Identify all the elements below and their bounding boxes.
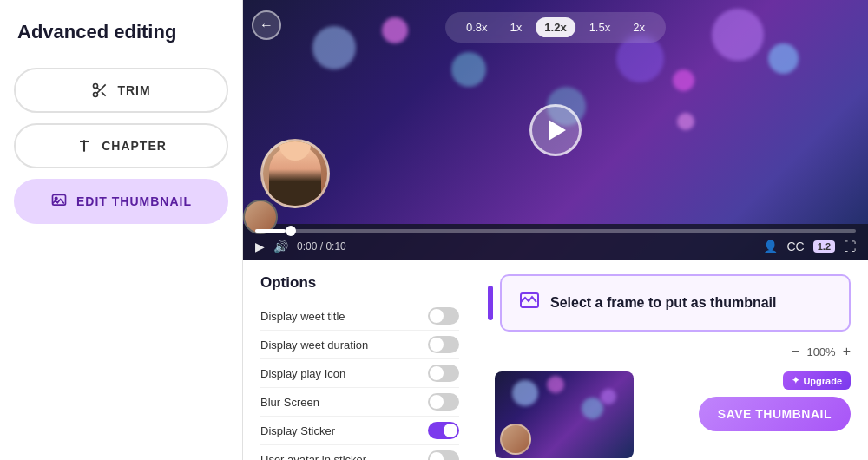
image-edit-icon — [50, 193, 68, 210]
thumbnail-preview-area: ✦ Upgrade SAVE THUMBNAIL — [495, 371, 851, 458]
play-button[interactable] — [529, 104, 582, 156]
thumbnail-icon — [519, 290, 540, 311]
svg-point-0 — [94, 84, 98, 89]
option-label-5: User avatar in sticker — [260, 453, 366, 461]
thumbnail-preview — [495, 371, 634, 458]
zoom-level: 100% — [806, 345, 835, 358]
chapter-button[interactable]: CHAPTER — [14, 123, 228, 168]
option-row-4: Display Sticker — [260, 417, 459, 445]
select-frame-box: Select a frame to put as thumbnail — [500, 274, 851, 332]
select-frame-text: Select a frame to put as thumbnail — [550, 295, 777, 311]
progress-bar[interactable] — [255, 229, 856, 233]
option-row-2: Display play Icon — [260, 359, 459, 388]
svg-line-3 — [102, 92, 106, 96]
edit-thumbnail-button[interactable]: EDIT THUMBNAIL — [14, 179, 228, 224]
trim-button[interactable]: TRIM — [14, 68, 228, 113]
thumbnail-avatar — [500, 424, 531, 455]
user-icon[interactable]: 👤 — [763, 240, 778, 253]
option-row-1: Display weet duration — [260, 331, 459, 359]
text-icon — [76, 137, 93, 154]
volume-icon[interactable]: 🔊 — [273, 240, 288, 253]
speed-0.8x[interactable]: 0.8x — [457, 17, 496, 37]
toggle-blur-screen[interactable] — [428, 393, 459, 411]
play-pause-icon[interactable]: ▶ — [255, 240, 265, 253]
progress-thumb — [286, 226, 296, 236]
svg-point-1 — [94, 93, 98, 97]
chapter-label: CHAPTER — [102, 139, 167, 153]
option-label-2: Display play Icon — [260, 367, 345, 380]
cc-icon[interactable]: CC — [786, 240, 804, 253]
zoom-out-icon[interactable]: − — [792, 344, 799, 359]
thumbnail-panel: Select a frame to put as thumbnail − 100… — [477, 260, 868, 460]
option-label-4: Display Sticker — [260, 424, 335, 437]
edit-thumbnail-label: EDIT THUMBNAIL — [76, 194, 192, 208]
controls-row: ▶ 🔊 0:00 / 0:10 👤 CC 1.2 ⛶ — [255, 240, 856, 253]
upgrade-label: Upgrade — [803, 376, 842, 386]
option-row-0: Display weet title — [260, 302, 459, 331]
speed-1.5x[interactable]: 1.5x — [581, 17, 620, 37]
toggle-display-weet-duration[interactable] — [428, 336, 459, 353]
sidebar-title: Advanced editing — [14, 21, 228, 43]
zoom-row: − 100% + — [495, 344, 851, 359]
frame-selector-indicator — [488, 286, 493, 320]
video-area: ← 0.8x 1x 1.2x 1.5x 2x — [243, 0, 868, 260]
save-thumbnail-button[interactable]: SAVE THUMBNAIL — [699, 397, 851, 431]
avatar-head — [279, 139, 311, 161]
svg-line-4 — [97, 88, 100, 90]
svg-point-8 — [55, 197, 56, 200]
zoom-in-icon[interactable]: + — [843, 344, 851, 359]
speed-2x[interactable]: 2x — [624, 17, 654, 37]
options-panel: Options Display weet title Display weet … — [243, 260, 477, 460]
toggle-display-weet-title[interactable] — [428, 307, 459, 325]
save-area: ✦ Upgrade SAVE THUMBNAIL — [646, 371, 851, 435]
toggle-display-play-icon[interactable] — [428, 365, 459, 382]
toggle-user-avatar[interactable] — [428, 450, 459, 460]
speed-controls: 0.8x 1x 1.2x 1.5x 2x — [445, 12, 666, 43]
option-row-5: User avatar in sticker — [260, 445, 459, 460]
sidebar: Advanced editing TRIM CHAPTER EDIT THUMB… — [0, 0, 243, 460]
speed-1x[interactable]: 1x — [502, 17, 531, 37]
upgrade-icon: ✦ — [792, 375, 799, 386]
frame-icon — [519, 290, 540, 316]
toggle-display-sticker[interactable] — [428, 422, 459, 439]
video-controls: ▶ 🔊 0:00 / 0:10 👤 CC 1.2 ⛶ — [243, 224, 868, 260]
option-label-0: Display weet title — [260, 310, 345, 323]
play-icon — [549, 120, 566, 141]
upgrade-badge[interactable]: ✦ Upgrade — [783, 371, 851, 390]
progress-fill — [255, 229, 286, 233]
trim-label: TRIM — [117, 83, 150, 97]
option-label-1: Display weet duration — [260, 338, 368, 352]
avatar-body — [269, 145, 321, 206]
option-label-3: Blur Screen — [260, 396, 319, 409]
fullscreen-icon[interactable]: ⛶ — [844, 240, 856, 253]
presenter-avatar — [260, 139, 330, 208]
speed-1.2x[interactable]: 1.2x — [536, 17, 575, 37]
options-title: Options — [260, 274, 459, 292]
scissors-icon — [91, 82, 108, 99]
back-icon: ← — [260, 17, 273, 33]
time-display: 0:00 / 0:10 — [297, 240, 346, 253]
back-button[interactable]: ← — [252, 10, 281, 40]
quality-badge[interactable]: 1.2 — [813, 240, 835, 253]
option-row-3: Blur Screen — [260, 388, 459, 417]
main-content: ← 0.8x 1x 1.2x 1.5x 2x — [243, 0, 868, 460]
bottom-panel: Options Display weet title Display weet … — [243, 260, 868, 460]
